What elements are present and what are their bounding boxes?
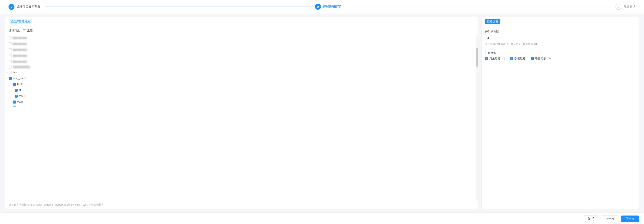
checkbox-1[interactable] [9, 36, 12, 39]
step-2: 2 迁移选项配置 [315, 4, 341, 10]
checkbox-test1[interactable]: ✓ [15, 95, 18, 98]
step-2-circle: 2 [315, 4, 321, 10]
cancel-button[interactable]: 取 消 [583, 216, 599, 222]
select-all-label[interactable]: 全选 [23, 29, 33, 32]
obj-label: 对象迁移 [490, 57, 500, 60]
migration-header: 迁移对象 全选 [5, 26, 478, 32]
step-line-1 [45, 6, 311, 7]
tree-row-1: ＋ blurred text [5, 35, 476, 41]
right-panel-tag: 迁移选项 [485, 19, 500, 24]
concurrency-section: 并发线程数 使用多线程加速迁移，默认为 4，最大线程 48 [485, 29, 635, 46]
checkbox-6[interactable] [9, 66, 12, 69]
tree-row-2: ＋ blurred text [5, 41, 476, 47]
tree-label-1: blurred text [13, 36, 27, 40]
checkbox-3[interactable] [9, 48, 12, 51]
expand-icon-2[interactable]: ＋ [5, 42, 9, 46]
migration-type-row: ✓ 对象迁移 ? ✓ 数据迁移 ✓ [485, 57, 635, 60]
concurrency-label: 并发线程数 [485, 29, 635, 33]
data-label: 数据迁移 [514, 57, 526, 60]
concurrency-hint: 使用多线程加速迁移，默认为 4，最大线程 48 [485, 42, 635, 46]
expand-icon-6[interactable]: ＋ [5, 65, 9, 69]
obj-checkbox[interactable]: ✓ [485, 57, 488, 60]
tree-row-t1: ✓ t1 [5, 87, 476, 93]
tree-row-6: ＋ [5, 65, 476, 69]
tree-label-table: table [17, 82, 23, 87]
tree-row-procedure: ＋ ✓ procedure [5, 105, 476, 107]
tree-row-table: － ✓ table [5, 81, 476, 87]
scrollbar-thumb[interactable] [476, 48, 478, 67]
tree-label-view: view [17, 100, 23, 104]
step-3-circle: 3 [616, 4, 622, 10]
tree-label-5: blurred text [13, 59, 27, 64]
obj-info-icon[interactable]: ? [502, 57, 505, 60]
checkbox-test-grant1[interactable]: ✓ [9, 77, 12, 80]
checkbox-4[interactable] [9, 54, 12, 57]
step-3-label: 配置确认 [624, 5, 636, 9]
tree-row-4: ＋ blurred text [5, 53, 476, 59]
migration-type-incr[interactable]: ✓ 增量同步 ? [531, 57, 551, 60]
left-panel: 源端库迁移对象 迁移对象 全选 ＋ blurred text ＋ [5, 17, 478, 209]
expand-icon-table[interactable]: － [10, 83, 13, 86]
checkbox-2[interactable] [9, 42, 12, 45]
expand-icon-view[interactable]: ＋ [10, 100, 13, 104]
checkbox-test[interactable] [9, 71, 12, 74]
tree-label-procedure: procedure [17, 106, 30, 107]
incr-label: 增量同步 [535, 57, 546, 60]
tree-label-t1: t1 [19, 88, 21, 93]
stepper: 源端库目标库配置 2 迁移选项配置 3 配置确认 [0, 0, 644, 14]
tree-label-2: blurred text [13, 42, 27, 46]
tree-label-3: blurred text [13, 47, 27, 52]
migration-type-data[interactable]: ✓ 数据迁移 [510, 57, 526, 60]
right-panel: 迁移选项 并发线程数 使用多线程加速迁移，默认为 4，最大线程 48 迁移类型 … [482, 17, 639, 209]
step-2-label: 迁移选项配置 [323, 5, 341, 9]
migration-type-section: 迁移类型 ✓ 对象迁移 ? ✓ 数据迁移 [485, 51, 635, 60]
tree-label-6 [13, 66, 30, 68]
expand-icon-5[interactable]: ＋ [5, 60, 9, 63]
tree-label-test-grant1: test_grant1 [13, 76, 27, 81]
left-panel-tag: 源端库迁移对象 [9, 19, 32, 24]
tree-container: ＋ blurred text ＋ blurred text ＋ blurred … [5, 35, 476, 107]
incr-checkbox[interactable]: ✓ [531, 57, 534, 60]
tree-label-test: test [13, 70, 18, 75]
step-line-2 [345, 6, 611, 7]
checkbox-view[interactable]: ✓ [13, 101, 16, 104]
next-button[interactable]: 下一步 [621, 216, 639, 222]
right-panel-body: 并发线程数 使用多线程加速迁移，默认为 4，最大线程 48 迁移类型 ✓ 对象迁… [482, 26, 639, 209]
left-panel-header: 源端库迁移对象 [5, 17, 478, 26]
prev-button[interactable]: 上一步 [601, 216, 619, 222]
checkbox-t1[interactable]: ✓ [15, 89, 18, 92]
step-3: 3 配置确认 [616, 4, 636, 10]
right-panel-header: 迁移选项 [482, 17, 639, 26]
tree-row-test1: ✓ test1 [5, 93, 476, 99]
tree-row-5: ＋ blurred text [5, 59, 476, 65]
checkbox-procedure[interactable]: ✓ [13, 107, 16, 107]
step-1-circle [8, 4, 14, 10]
main-content: 源端库迁移对象 迁移对象 全选 ＋ blurred text ＋ [0, 14, 644, 212]
expand-icon-procedure[interactable]: ＋ [10, 106, 13, 107]
incr-info-icon[interactable]: ? [548, 57, 551, 60]
checkbox-table[interactable]: ✓ [13, 83, 16, 86]
migration-type-label: 迁移类型 [485, 51, 635, 55]
migration-type-obj[interactable]: ✓ 对象迁移 ? [485, 57, 505, 60]
expand-icon-3[interactable]: ＋ [5, 48, 9, 52]
scrollbar-track[interactable] [476, 35, 478, 201]
footer-note: 迁移程序不会迁移 information_schema，performance_… [5, 201, 478, 209]
step-1: 源端库目标库配置 [8, 4, 40, 10]
checkbox-5[interactable] [9, 60, 12, 63]
tree-row-view: ＋ ✓ view [5, 99, 476, 105]
step-1-label: 源端库目标库配置 [16, 5, 40, 9]
bottom-actions: 取 消 上一步 下一步 [0, 212, 644, 224]
select-all-checkbox[interactable] [23, 29, 26, 32]
expand-icon-test[interactable]: ＋ [5, 71, 9, 74]
expand-icon-test-grant1[interactable]: － [5, 77, 9, 80]
concurrency-input[interactable] [485, 35, 635, 41]
expand-icon-4[interactable]: ＋ [5, 54, 9, 57]
tree-row-3: ＋ blurred text [5, 47, 476, 53]
expand-icon-1[interactable]: ＋ [5, 36, 9, 40]
tree-row-test-grant1: － ✓ test_grant1 [5, 75, 476, 81]
tree-label-4: blurred text [13, 53, 27, 58]
tree-row-test: ＋ test [5, 69, 476, 75]
data-checkbox[interactable]: ✓ [510, 57, 513, 60]
migration-object-label: 迁移对象 [9, 29, 20, 32]
tree-label-test1: test1 [19, 94, 25, 99]
